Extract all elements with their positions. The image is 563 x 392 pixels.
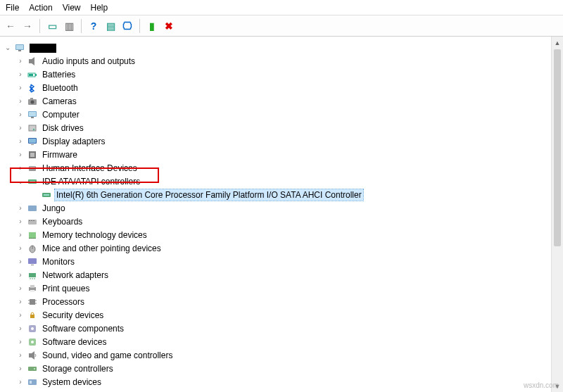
tree-item-label[interactable]: Mice and other pointing devices [41,243,163,254]
tree-category[interactable]: ›Firmware [1,148,560,161]
properties-icon[interactable]: ▥ [61,18,77,34]
tree-item-label[interactable]: Storage controllers [41,363,115,374]
tree-category[interactable]: ›Monitors [1,255,560,268]
tree-category[interactable]: ›System devices [1,375,560,388]
tree-item-label[interactable]: Security devices [41,310,105,321]
chevron-down-icon[interactable]: ⌄ [3,43,13,53]
delete-icon[interactable]: ✖ [161,18,177,34]
tree-item-label[interactable]: Audio inputs and outputs [41,56,137,67]
tree-item-label[interactable]: Keyboards [41,216,84,227]
tree-category[interactable]: ›Display adapters [1,134,560,148]
tree-category[interactable]: ›Bluetooth [1,81,560,94]
tree-category[interactable]: ›Software devices [1,335,560,348]
tree-category[interactable]: ›Cameras [1,94,560,108]
chevron-right-icon[interactable]: › [15,123,25,133]
chevron-right-icon[interactable]: › [15,324,25,334]
svg-rect-60 [30,381,32,384]
tree-item-label[interactable]: Firmware [41,149,79,160]
tree-item-label[interactable]: Batteries [41,69,77,80]
tree-device[interactable]: Intel(R) 6th Generation Core Processor F… [1,188,560,201]
tree-item-label[interactable]: Intel(R) 6th Generation Core Processor F… [55,189,363,201]
tree-category[interactable]: ›Disk drives [1,121,560,134]
tree-item-label[interactable]: Jungo [41,203,67,214]
menu-view[interactable]: View [63,3,81,13]
tree-item-label[interactable] [28,42,58,53]
device-tree[interactable]: ⌄›Audio inputs and outputs›Batteries›Blu… [0,37,563,392]
tree-item-label[interactable]: Software components [41,323,125,334]
show-hide-tree-icon[interactable]: ▭ [44,18,60,34]
tree-item-label[interactable]: System devices [41,377,103,388]
chevron-right-icon[interactable]: › [15,110,25,120]
back-icon[interactable]: ← [3,18,18,34]
chevron-right-icon[interactable]: › [15,150,25,160]
tree-category[interactable]: ›Mice and other pointing devices [1,241,560,255]
softcomp-icon [27,323,38,334]
tree-item-label[interactable]: Sound, video and game controllers [41,350,174,361]
chevron-right-icon[interactable]: › [15,70,25,80]
tree-category[interactable]: ›Audio inputs and outputs [1,54,560,68]
enable-icon[interactable]: ▮ [144,18,160,34]
tree-item-label[interactable]: Processors [41,296,86,308]
tree-root[interactable]: ⌄ [1,41,560,54]
svg-rect-31 [33,220,34,221]
menu-action[interactable]: Action [29,3,52,13]
tree-category[interactable]: ›Jungo [1,201,560,215]
tree-category[interactable]: ›Batteries [1,68,560,81]
scroll-up-icon[interactable]: ▲ [552,37,563,49]
chevron-right-icon[interactable]: › [15,230,25,240]
tree-item-label[interactable]: Disk drives [41,122,85,134]
tree-category[interactable]: ›Network adapters [1,268,560,282]
tree-item-label[interactable]: Cameras [41,96,78,107]
chevron-right-icon[interactable]: › [15,337,25,347]
tree-category[interactable]: ›Security devices [1,308,560,322]
svg-rect-30 [31,220,32,221]
svg-rect-38 [29,273,36,277]
firmware-icon [27,149,38,160]
chevron-right-icon[interactable]: › [15,284,25,293]
monitor-icon[interactable]: 🖵 [120,18,135,34]
tree-category[interactable]: ›Sound, video and game controllers [1,348,560,362]
tree-category[interactable]: ›Memory technology devices [1,228,560,241]
tree-item-label[interactable]: Network adapters [41,270,110,281]
computer-icon [14,42,25,53]
vertical-scrollbar[interactable]: ▲ ▼ [551,37,563,392]
chevron-right-icon[interactable]: › [15,56,25,66]
tree-item-label[interactable]: Monitors [41,256,76,267]
chevron-right-icon[interactable]: › [15,137,25,146]
chevron-right-icon[interactable]: › [15,257,25,267]
tree-category[interactable]: ›Software components [1,322,560,335]
chevron-right-icon[interactable]: › [15,377,25,387]
chevron-right-icon[interactable]: › [15,83,25,93]
cpu-icon [27,296,38,308]
tree-category[interactable]: ›Print queues [1,282,560,295]
svg-rect-29 [29,220,30,221]
disk-icon [27,122,38,134]
svg-rect-26 [44,194,49,196]
chevron-right-icon[interactable]: › [15,270,25,280]
menu-help[interactable]: Help [91,3,108,13]
tree-item-label[interactable]: Print queues [41,283,91,294]
chevron-right-icon[interactable]: › [15,217,25,227]
scroll-thumb[interactable] [554,49,561,246]
chevron-right-icon[interactable]: › [15,297,25,307]
chevron-right-icon[interactable]: › [15,350,25,360]
tree-category[interactable]: ›Computer [1,108,560,121]
chevron-right-icon[interactable]: › [15,310,25,320]
tree-category[interactable]: ›Storage controllers [1,362,560,375]
tree-category[interactable]: ›Keyboards [1,215,560,228]
chevron-right-icon[interactable]: › [15,364,25,374]
menu-file[interactable]: File [6,3,19,13]
chevron-right-icon[interactable]: › [15,244,25,253]
chevron-right-icon[interactable]: › [15,203,25,213]
tree-item-label[interactable]: Bluetooth [41,82,80,94]
help-icon[interactable]: ? [86,18,101,34]
tree-item-label[interactable]: Computer [41,109,81,120]
forward-icon[interactable]: → [20,18,35,34]
svg-marker-4 [32,57,34,65]
tree-category[interactable]: ›Processors [1,295,560,308]
scan-icon[interactable]: ▤ [103,18,118,34]
tree-item-label[interactable]: Display adapters [41,136,106,147]
tree-item-label[interactable]: Memory technology devices [41,229,148,241]
tree-item-label[interactable]: Software devices [41,336,108,348]
chevron-right-icon[interactable]: › [15,96,25,106]
